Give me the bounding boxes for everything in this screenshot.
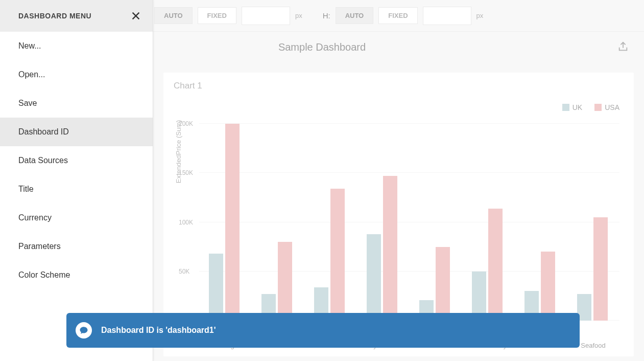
bar-usa-2[interactable] [330,189,345,321]
menu-item-save[interactable]: Save [0,89,153,118]
y-tick-label: 200K [179,120,193,127]
menu-item-color-scheme[interactable]: Color Scheme [0,261,153,289]
width-auto-button[interactable]: AUTO [154,7,193,24]
bar-usa-4[interactable] [436,247,450,321]
menu-item-parameters[interactable]: Parameters [0,232,153,261]
y-tick-label: 150K [179,169,193,176]
height-auto-button[interactable]: AUTO [336,7,374,24]
menu-item-new[interactable]: New... [0,32,153,60]
close-icon[interactable] [130,10,141,21]
legend-label: UK [573,103,582,111]
legend-item-usa[interactable]: USA [594,103,619,111]
menu-title: DASHBOARD MENU [18,12,91,20]
export-icon[interactable] [617,41,629,52]
bar-usa-3[interactable] [383,176,397,321]
width-control-group: AUTO FIXED px [154,7,302,25]
chart-plot-area: 0K50K100K150K200KBeveragesCondimentsConf… [199,124,619,321]
menu-item-title[interactable]: Title [0,175,153,204]
bar-usa-0[interactable] [225,124,240,321]
dashboard-menu-panel: DASHBOARD MENU New...Open...SaveDashboar… [0,0,153,361]
height-input[interactable] [423,7,471,25]
bar-usa-7[interactable] [593,217,608,321]
y-tick-label: 100K [179,219,193,226]
chart-legend: UK USA [562,103,619,111]
bar-usa-5[interactable] [488,209,503,321]
bar-usa-1[interactable] [278,242,292,321]
menu-item-dashboard-id[interactable]: Dashboard ID [0,118,153,146]
notification-toast[interactable]: Dashboard ID is 'dashboard1' [66,313,580,348]
width-unit-label: px [295,12,302,19]
speech-bubble-icon [76,322,92,339]
dashboard-title: Sample Dashboard [278,41,366,53]
x-tick-label: Seafood [581,342,605,349]
y-tick-label: 50K [179,268,189,275]
legend-label: USA [605,103,619,111]
menu-header: DASHBOARD MENU [0,0,153,32]
bar-usa-6[interactable] [541,252,555,321]
legend-swatch-uk [562,104,569,111]
legend-item-uk[interactable]: UK [562,103,582,111]
bar-uk-0[interactable] [209,254,223,321]
toast-message: Dashboard ID is 'dashboard1' [101,326,216,335]
menu-item-currency[interactable]: Currency [0,204,153,232]
chart-title: Chart 1 [174,81,624,91]
height-fixed-button[interactable]: FIXED [378,7,417,24]
menu-item-open[interactable]: Open... [0,60,153,89]
legend-swatch-usa [594,104,602,111]
gridline [199,271,619,272]
gridline [199,172,619,173]
width-fixed-button[interactable]: FIXED [198,7,236,24]
width-input[interactable] [242,7,290,25]
menu-item-data-sources[interactable]: Data Sources [0,146,153,175]
bar-uk-3[interactable] [367,234,381,321]
gridline [199,123,619,124]
gridline [199,222,619,222]
height-control-group: H: AUTO FIXED px [323,7,484,25]
height-label: H: [323,11,330,20]
height-unit-label: px [476,12,484,19]
